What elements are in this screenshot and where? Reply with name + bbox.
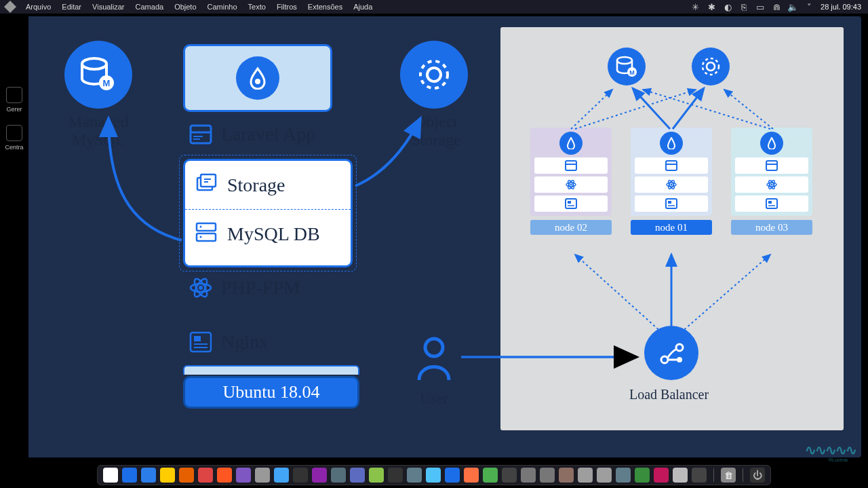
node01-column[interactable]: node 01 <box>631 128 712 235</box>
svg-line-66 <box>643 90 770 129</box>
dock-app-0[interactable] <box>103 468 118 483</box>
dock-app-12[interactable] <box>331 468 346 483</box>
droplet-icon <box>660 132 683 155</box>
dock-app-4[interactable] <box>179 468 194 483</box>
dock-app-23[interactable] <box>540 468 555 483</box>
trash-icon[interactable]: 🗑 <box>721 468 736 483</box>
label-line: Managed <box>54 113 142 131</box>
inkscape-canvas[interactable]: M Managed MySQL Object Storage Laravel A… <box>7 16 861 457</box>
menu-item-arquivo[interactable]: Arquivo <box>20 3 56 11</box>
dock-app-27[interactable] <box>616 468 631 483</box>
ubuntu-tab <box>183 365 359 375</box>
slack-icon[interactable]: ✳ <box>690 2 700 12</box>
dock-app-25[interactable] <box>578 468 593 483</box>
dock-app-2[interactable] <box>141 468 156 483</box>
dock-app-29[interactable] <box>654 468 669 483</box>
node03-column[interactable]: node 03 <box>731 128 812 235</box>
svg-rect-22 <box>191 333 211 352</box>
sidebar-item-manage[interactable]: Gerer <box>0 87 28 113</box>
app-window-icon <box>635 157 708 174</box>
chevron-down-icon[interactable]: ˅ <box>804 2 814 12</box>
svg-rect-41 <box>666 161 677 170</box>
svg-rect-6 <box>191 126 211 143</box>
dock-app-30[interactable] <box>673 468 688 483</box>
power-icon[interactable]: ⏻ <box>750 468 765 483</box>
dock-app-10[interactable] <box>293 468 308 483</box>
database-icon: M <box>79 56 117 94</box>
svg-point-27 <box>617 57 632 64</box>
svg-point-30 <box>703 58 719 75</box>
svg-line-62 <box>633 88 670 129</box>
cluster-panel[interactable]: M node 02 <box>500 27 844 430</box>
menu-item-caminho[interactable]: Caminho <box>202 3 243 11</box>
dock-app-13[interactable] <box>350 468 365 483</box>
menu-item-filtros[interactable]: Filtros <box>271 3 302 11</box>
menu-item-camada[interactable]: Camada <box>130 3 170 11</box>
laravel-block[interactable] <box>183 44 332 112</box>
dock-app-7[interactable] <box>236 468 251 483</box>
menu-item-editar[interactable]: Editar <box>56 3 87 11</box>
dock-app-16[interactable] <box>407 468 422 483</box>
dock-app-21[interactable] <box>502 468 517 483</box>
volume-icon[interactable]: 🔈 <box>788 2 797 12</box>
dock-app-18[interactable] <box>445 468 460 483</box>
dock-app-24[interactable] <box>559 468 574 483</box>
app-window-icon <box>189 122 213 147</box>
svg-point-52 <box>771 184 773 186</box>
flame-icon[interactable]: ✱ <box>707 2 716 12</box>
clipboard-icon[interactable]: ⎘ <box>739 2 749 12</box>
dock-app-9[interactable] <box>274 468 289 483</box>
svg-line-67 <box>724 90 773 129</box>
dock-separator <box>743 468 743 482</box>
dock-app-20[interactable] <box>483 468 498 483</box>
dock-app-17[interactable] <box>426 468 441 483</box>
managed-mysql-circle[interactable]: M <box>64 41 132 109</box>
sync-icon[interactable]: ◐ <box>723 2 732 12</box>
svg-point-3 <box>420 61 448 88</box>
svg-point-43 <box>671 184 673 186</box>
svg-point-61 <box>677 357 682 362</box>
app-window-icon <box>735 157 808 174</box>
menu-item-ajuda[interactable]: Ajuda <box>348 3 378 11</box>
watermark-logo: ∿∿∿∿∿ <box>805 442 856 458</box>
svg-point-5 <box>255 79 260 84</box>
user-icon <box>414 335 454 386</box>
dock-app-15[interactable] <box>388 468 403 483</box>
monitor-icon[interactable]: ▭ <box>755 2 765 12</box>
dock-app-8[interactable] <box>255 468 270 483</box>
menu-item-visualizar[interactable]: Visualizar <box>87 3 130 11</box>
storage-db-block[interactable]: Storage MySQL DB <box>183 159 353 267</box>
svg-point-17 <box>200 236 202 238</box>
load-balancer-circle[interactable] <box>644 326 698 380</box>
left-sidebar: Gerer Centra <box>0 14 28 462</box>
managed-mysql-label: Managed MySQL <box>54 113 142 149</box>
dock-app-28[interactable] <box>635 468 650 483</box>
clock[interactable]: 28 jul. 09:43 <box>821 3 861 11</box>
menu-item-objeto[interactable]: Objeto <box>169 3 201 11</box>
svg-rect-15 <box>197 233 216 241</box>
sidebar-item-central[interactable]: Centra <box>0 125 28 151</box>
node-label: node 03 <box>731 220 812 235</box>
news-icon <box>534 195 608 212</box>
svg-rect-14 <box>197 223 216 231</box>
label: PHP-FPM <box>221 277 300 299</box>
dock-app-26[interactable] <box>597 468 612 483</box>
dock-app-19[interactable] <box>464 468 479 483</box>
dock-app-22[interactable] <box>521 468 536 483</box>
svg-rect-39 <box>568 201 571 204</box>
dock-app-1[interactable] <box>122 468 137 483</box>
dock-app-3[interactable] <box>160 468 175 483</box>
dock-app-14[interactable] <box>369 468 384 483</box>
dock-app-31[interactable] <box>692 468 707 483</box>
wifi-icon[interactable]: ⋒ <box>772 2 781 12</box>
dock-app-6[interactable] <box>217 468 232 483</box>
dock-app-11[interactable] <box>312 468 327 483</box>
object-storage-circle[interactable] <box>400 41 468 109</box>
menu-item-extensões[interactable]: Extensões <box>302 3 348 11</box>
node02-column[interactable]: node 02 <box>530 128 612 235</box>
svg-point-18 <box>199 286 203 290</box>
svg-line-70 <box>681 255 770 333</box>
dock-app-5[interactable] <box>198 468 213 483</box>
ubuntu-block[interactable]: Ubuntu 18.04 <box>183 376 359 409</box>
menu-item-texto[interactable]: Texto <box>243 3 271 11</box>
